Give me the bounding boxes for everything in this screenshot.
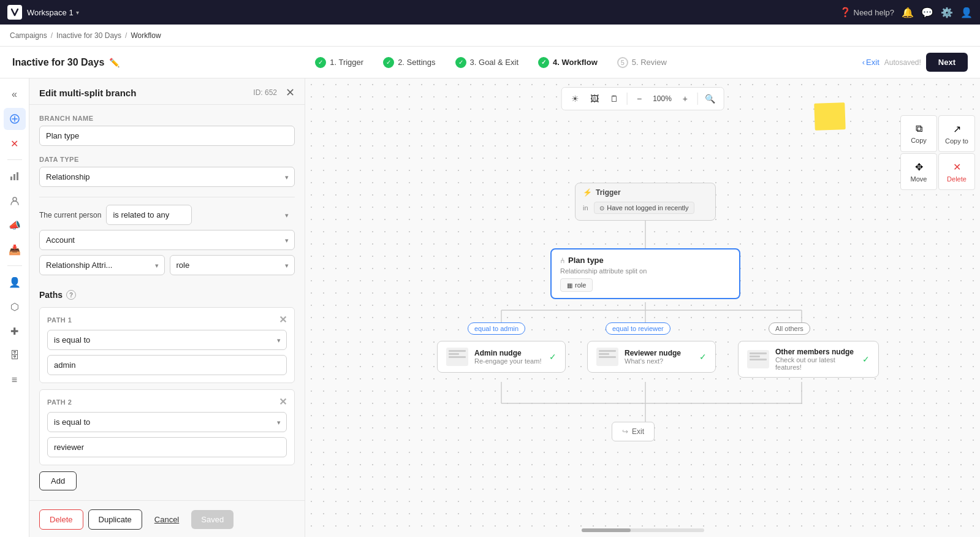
reviewer-nudge-node[interactable]: Reviewer nudge What's next? ✓ [587,341,716,373]
breadcrumb-inactive[interactable]: Inactive for 30 Days [56,31,121,40]
branch-name-field: BRANCH NAME [39,115,295,146]
condition-row: The current person is related to any [39,205,295,225]
copy-button[interactable]: ⧉ Copy [900,115,937,152]
zoom-out-icon[interactable]: − [631,90,648,107]
other-nudge-node[interactable]: Other members nudge Check out our latest… [738,341,879,378]
workflow-canvas[interactable]: ⚡ Trigger in ⊙ Have not logged in recent… [305,78,980,537]
campaign-title: Inactive for 30 Days ✏️ [12,57,120,68]
branch-name-label: BRANCH NAME [39,115,295,122]
delete-button[interactable]: Delete [39,509,83,530]
help-link[interactable]: ❓ Need help? [840,7,895,18]
exit-node[interactable]: ↪ Exit [612,422,655,441]
path-1-operator-select[interactable]: is equal to [47,330,287,350]
path-2-operator-select[interactable]: is equal to [47,412,287,432]
path-label-reviewer: equal to reviewer [606,322,670,335]
integrations-icon[interactable]: ⬡ [4,295,26,318]
trigger-tag: ⊙ Have not logged in recently [594,202,694,214]
admin-nudge-node[interactable]: Admin nudge Re-engage your team! ✓ [437,341,566,373]
bell-icon[interactable]: 🔔 [902,7,914,18]
path-2-header: PATH 2 ✕ [47,397,287,407]
other-email-thumb [747,350,769,368]
database-icon[interactable]: 🗄 [4,345,26,367]
svg-rect-0 [10,177,12,180]
edit-panel-body: BRANCH NAME DATA TYPE Relationship Attri… [29,105,305,290]
trigger-node[interactable]: ⚡ Trigger in ⊙ Have not logged in recent… [575,183,716,221]
tab-goal-exit[interactable]: ✓ 3. Goal & Exit [446,57,528,68]
inbox-icon[interactable]: 📥 [4,238,26,261]
role-select[interactable]: role [170,255,295,275]
path-1-header: PATH 1 ✕ [47,315,287,325]
cancel-button[interactable]: Cancel [147,510,186,529]
close-action-icon[interactable]: ✕ [4,132,26,154]
user-icon[interactable]: 👤 [960,7,973,18]
next-button[interactable]: Next [926,53,968,72]
reviewer-nudge-title: Reviewer nudge [625,349,693,357]
tab-review[interactable]: 5 5. Review [607,57,677,68]
svg-point-3 [13,197,17,201]
trigger-icon: ⚡ [583,188,592,197]
paths-help-icon[interactable]: ? [66,290,76,300]
copy-icon: ⧉ [916,123,922,134]
note-icon[interactable]: 🗒 [606,90,623,107]
path-label-others: All others [769,322,810,335]
admin-nudge-title: Admin nudge [474,349,543,357]
megaphone-icon[interactable]: 📣 [4,214,26,236]
split-icon: ⑃ [560,256,564,265]
svg-rect-1 [13,174,15,180]
data-type-select-wrapper: Relationship Attribute Event [39,167,295,187]
image-icon[interactable]: 🖼 [586,90,603,107]
canvas-scrollbar[interactable] [582,528,704,532]
zoom-in-icon[interactable]: + [677,90,694,107]
steps-nav: ✓ 1. Trigger ✓ 2. Settings ✓ 3. Goal & E… [120,57,862,68]
plan-type-tag: ▦ role [560,278,593,292]
duplicate-button[interactable]: Duplicate [88,509,142,530]
condition-label: The current person [39,211,101,219]
move-button[interactable]: ✥ Move [900,153,937,190]
step-bar: Inactive for 30 Days ✏️ ✓ 1. Trigger ✓ 2… [0,47,980,78]
canvas-delete-icon: ✕ [953,161,961,173]
close-panel-icon[interactable]: ✕ [286,87,295,98]
path-2-value-input[interactable] [47,437,287,457]
chat-icon[interactable]: 💬 [921,7,933,18]
settings-icon[interactable]: ⚙️ [941,7,953,18]
search-canvas-icon[interactable]: 🔍 [702,90,719,107]
reports-icon[interactable]: ≡ [4,369,26,391]
canvas-actions: ⧉ Copy ↗ Copy to ✥ Move ✕ Delete [900,115,975,190]
scrollbar-thumb [582,528,631,532]
breadcrumb-campaigns[interactable]: Campaigns [10,31,47,40]
svg-rect-2 [17,172,18,180]
plan-type-node[interactable]: ⑃ Plan type Relationship attribute split… [550,248,740,299]
path-1-value-input[interactable] [47,355,287,375]
object-select[interactable]: Account [39,230,295,250]
copy-to-button[interactable]: ↗ Copy to [938,115,975,152]
tab-workflow[interactable]: ✓ 4. Workflow [528,57,607,68]
tab-trigger[interactable]: ✓ 1. Trigger [305,57,373,68]
collapse-icon[interactable]: « [4,83,26,105]
edit-title-icon[interactable]: ✏️ [109,58,120,67]
exit-label: Exit [632,427,644,436]
contacts-icon[interactable]: 👤 [4,271,26,293]
exit-button[interactable]: ‹ Exit [862,58,879,67]
question-circle-icon: ❓ [840,7,851,18]
campaigns-icon[interactable] [4,108,26,130]
workspace-name[interactable]: Workspace 1 ▾ [27,8,79,17]
experiments-icon[interactable]: ✚ [4,320,26,342]
path-label-admin: equal to admin [468,322,525,335]
sun-icon[interactable]: ☀ [566,90,583,107]
path-1-card: PATH 1 ✕ is equal to [39,307,295,383]
reviewer-email-thumb [596,348,618,366]
data-type-select[interactable]: Relationship Attribute Event [39,167,295,187]
remove-path-1-button[interactable]: ✕ [279,315,287,325]
plan-type-subtitle: Relationship attribute split on [552,267,739,278]
edit-panel-header: Edit multi-split branch ID: 652 ✕ [29,78,305,105]
remove-path-2-button[interactable]: ✕ [279,397,287,407]
add-path-button[interactable]: Add [39,471,77,490]
canvas-delete-button[interactable]: ✕ Delete [938,153,975,190]
tab-settings[interactable]: ✓ 2. Settings [373,57,445,68]
branch-name-input[interactable] [39,126,295,146]
relationship-attr-select[interactable]: Relationship Attri... [39,255,165,275]
audience-icon[interactable] [4,189,26,211]
condition-operator-select[interactable]: is related to any [106,205,192,225]
left-sidebar: « ✕ 📣 📥 👤 ⬡ ✚ 🗄 ≡ [0,78,29,537]
analytics-icon[interactable] [4,165,26,187]
